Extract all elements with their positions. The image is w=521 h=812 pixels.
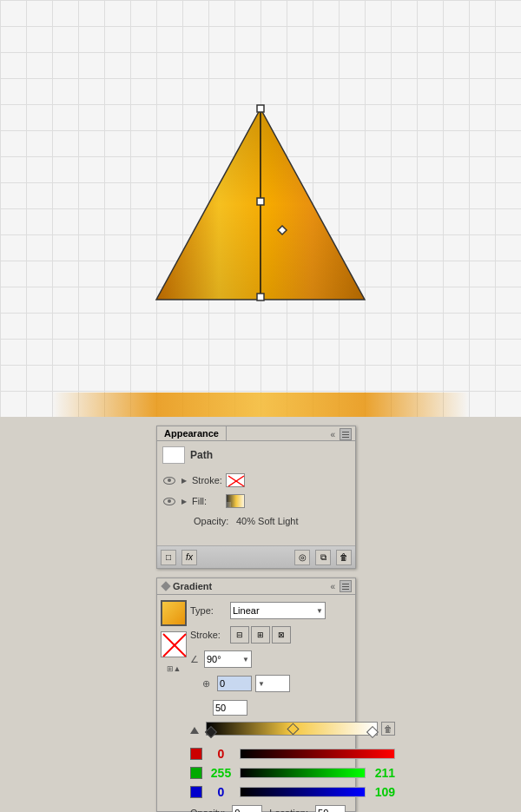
fx-button[interactable]: fx (181, 550, 197, 565)
g-swatch[interactable] (190, 767, 202, 779)
stroke-row: ▶ Stroke: (162, 471, 350, 490)
aspect-input[interactable]: 0 (217, 676, 252, 691)
canvas-area (0, 0, 521, 417)
panel-collapse-icon[interactable]: « (330, 430, 335, 439)
location-input[interactable]: 50 (213, 700, 247, 716)
opacity-value: 40% Soft Light (236, 516, 299, 526)
fill-visibility-toggle[interactable] (162, 495, 176, 507)
stroke-align-buttons: ⊟ ⊞ ⊠ (230, 626, 291, 644)
g-value: 255 (206, 766, 236, 780)
triangle-shape[interactable] (152, 104, 369, 304)
stroke-align-outside[interactable]: ⊠ (272, 626, 291, 644)
path-label: Path (190, 449, 213, 461)
svg-rect-10 (227, 502, 231, 508)
appearance-toolbar: □ fx ◎ ⧉ 🗑 (157, 545, 355, 568)
opacity-row: Opacity: 40% Soft Light (194, 512, 350, 530)
gradient-panel: Gradient « (156, 578, 356, 812)
gradient-main-content: ⊞▲ Type: Linear ▼ Stroke: ⊟ ⊞ (157, 595, 355, 812)
gradient-swatches: ⊞▲ (161, 600, 187, 812)
r-swatch[interactable] (190, 748, 202, 760)
gradient-bar (0, 393, 521, 417)
svg-rect-3 (257, 105, 264, 112)
gradient-diamond-icon (161, 581, 170, 591)
gradient-panel-collapse-icon[interactable]: « (330, 582, 335, 591)
aspect-value: 0 (220, 678, 225, 689)
fill-label: Fill: (192, 496, 222, 506)
delete-button[interactable]: 🗑 (336, 550, 352, 565)
b-swatch[interactable] (190, 786, 202, 798)
location-field[interactable]: 50 (315, 805, 346, 812)
svg-rect-4 (257, 198, 264, 205)
duplicate-button[interactable]: ⧉ (315, 550, 331, 565)
stroke-align-inside[interactable]: ⊟ (230, 626, 249, 644)
gradient-swatch-main[interactable] (161, 600, 187, 626)
gradient-delete-stop[interactable]: 🗑 (381, 722, 395, 736)
aspect-row: ⊕ 0 ▼ (190, 673, 395, 694)
stroke-align-center[interactable]: ⊞ (251, 626, 270, 644)
panels-area: Appearance « Path ▶ Str (0, 417, 521, 812)
gradient-panel-title: Gradient (173, 581, 212, 591)
color-row-b: 0 109 (190, 782, 395, 802)
gradient-swatch-stroke[interactable] (161, 631, 187, 657)
gradient-panel-menu-button[interactable] (340, 580, 352, 592)
type-label: Type: (190, 605, 227, 616)
stroke-visibility-toggle[interactable] (162, 474, 176, 486)
gradient-slider-area: 🗑 (190, 722, 395, 736)
b-value-right: 109 (369, 785, 395, 799)
location-field-value: 50 (318, 808, 328, 812)
svg-rect-5 (257, 294, 264, 300)
angle-icon: ∠ (190, 654, 199, 665)
color-mode-icon[interactable]: ⊞▲ (161, 664, 187, 673)
panel-menu-button[interactable] (340, 428, 352, 440)
location-value: 50 (215, 703, 226, 713)
path-icon (162, 446, 185, 464)
color-row-r: 0 (190, 744, 395, 763)
gradient-stop-left[interactable] (190, 723, 199, 734)
visibility-button[interactable]: ◎ (294, 550, 310, 565)
tab-appearance[interactable]: Appearance (157, 426, 227, 440)
gradient-stroke-row: Stroke: ⊟ ⊞ ⊠ (190, 624, 395, 645)
appearance-tabs: Appearance (157, 426, 355, 441)
appearance-content: Path ▶ Stroke: (157, 441, 355, 535)
type-select-arrow: ▼ (316, 607, 323, 615)
b-slider[interactable] (240, 787, 366, 797)
g-slider[interactable] (240, 768, 366, 778)
g-value-right: 211 (369, 766, 395, 780)
opacity-field-value: 0 (234, 808, 240, 812)
r-slider[interactable] (240, 749, 395, 759)
path-header: Path (162, 446, 350, 464)
b-value: 0 (206, 785, 236, 799)
angle-value: 90° (207, 654, 221, 664)
gradient-controls: Type: Linear ▼ Stroke: ⊟ ⊞ ⊠ (190, 600, 395, 812)
color-row-g: 255 211 (190, 763, 395, 782)
location-field-label: Location: (269, 808, 308, 812)
opacity-label: Opacity: (194, 516, 233, 526)
stop-indicator-left[interactable] (205, 726, 217, 738)
gradient-tabs: Gradient « (157, 578, 355, 595)
stroke-expand-arrow[interactable]: ▶ (180, 476, 188, 485)
stroke-label: Stroke: (192, 475, 222, 485)
opacity-field-label: Opacity: (190, 808, 225, 812)
location-row: 50 (190, 697, 395, 718)
angle-select[interactable]: 90° ▼ (204, 650, 252, 668)
opacity-field[interactable]: 0 (232, 805, 262, 812)
aspect-select[interactable]: ▼ (255, 675, 290, 692)
svg-marker-13 (190, 727, 199, 734)
stop-indicator-right[interactable] (366, 726, 379, 738)
aspect-icon: ⊕ (202, 678, 210, 690)
type-row: Type: Linear ▼ (190, 600, 395, 621)
r-value: 0 (206, 747, 236, 761)
type-select[interactable]: Linear ▼ (230, 602, 326, 619)
stroke-swatch[interactable] (226, 473, 245, 487)
fill-expand-arrow[interactable]: ▶ (180, 497, 188, 505)
opacity-location-row: Opacity: 0 Location: 50 (190, 805, 395, 812)
angle-row: ∠ 90° ▼ (190, 649, 395, 670)
fill-row: ▶ Fill: (162, 492, 350, 511)
stop-indicator-mid[interactable] (287, 723, 299, 735)
gradient-stroke-label: Stroke: (190, 630, 227, 640)
type-value: Linear (233, 605, 260, 616)
new-item-button[interactable]: □ (161, 550, 176, 565)
appearance-panel: Appearance « Path ▶ Str (156, 426, 356, 569)
gradient-slider-track[interactable] (206, 722, 378, 736)
fill-swatch[interactable] (226, 494, 245, 508)
